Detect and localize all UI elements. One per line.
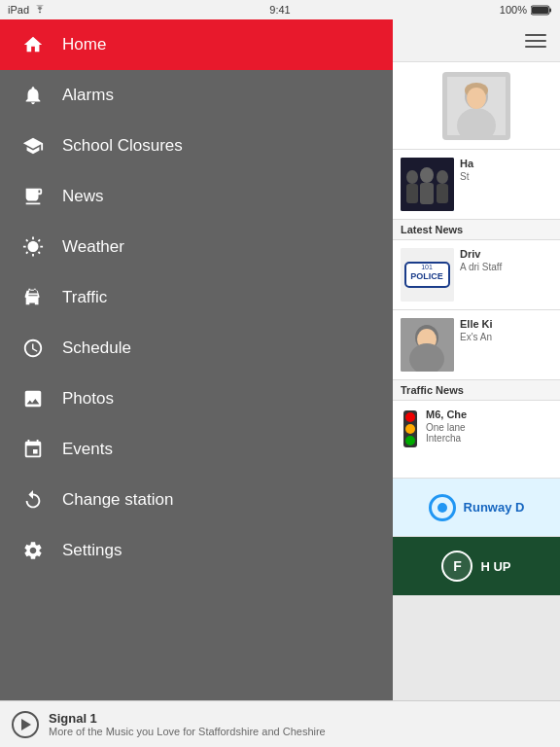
alarm-icon <box>19 82 47 109</box>
svg-point-13 <box>437 170 448 184</box>
green-ad-text: H UP <box>480 559 510 574</box>
sidebar-item-alarms[interactable]: Alarms <box>0 70 393 121</box>
sidebar-item-schedule[interactable]: Schedule <box>0 323 393 374</box>
traffic-news-detail2: Intercha <box>426 433 552 444</box>
elle-news-title: Elle Ki <box>460 318 552 330</box>
traffic-news-text: M6, Che One lane Intercha <box>426 409 552 470</box>
green-ad-logo: F <box>441 551 472 582</box>
status-bar-left: iPad <box>8 4 47 16</box>
right-panel: Ha St Latest News POLICE 101 <box>393 19 560 728</box>
dj-photo <box>447 77 506 135</box>
battery-icon <box>531 5 552 16</box>
svg-rect-14 <box>437 184 448 203</box>
sidebar-item-schedule-label: Schedule <box>62 338 131 358</box>
green-ad-card[interactable]: F H UP <box>393 537 560 595</box>
news-icon <box>19 183 47 210</box>
band-news-card[interactable]: Ha St <box>393 150 560 220</box>
home-icon <box>19 31 47 58</box>
sidebar-item-traffic-label: Traffic <box>62 288 107 307</box>
play-button[interactable] <box>12 711 39 738</box>
elle-svg <box>401 318 454 372</box>
change-station-icon <box>19 486 47 514</box>
elle-news-text: Elle Ki Ex's An <box>460 318 552 372</box>
traffic-news-header: Traffic News <box>393 380 560 401</box>
traffic-news-detail1: One lane <box>426 422 552 433</box>
police-svg: POLICE 101 <box>401 248 454 302</box>
player-info: Signal 1 More of the Music you Love for … <box>49 711 548 737</box>
police-news-text: Driv A dri Staff <box>460 248 552 302</box>
svg-point-9 <box>406 170 418 184</box>
police-news-card[interactable]: POLICE 101 Driv A dri Staff <box>393 240 560 310</box>
police-news-subtitle: A dri Staff <box>460 262 552 272</box>
traffic-icon <box>19 284 47 311</box>
elle-news-card[interactable]: Elle Ki Ex's An <box>393 310 560 380</box>
weather-icon <box>19 233 47 261</box>
avatar <box>442 72 510 140</box>
settings-icon <box>19 537 47 564</box>
traffic-card[interactable]: M6, Che One lane Intercha <box>393 401 560 479</box>
runway-ad-card[interactable]: Runway D <box>393 479 560 537</box>
sidebar-item-change-station[interactable]: Change station <box>0 475 393 525</box>
right-content: Ha St Latest News POLICE 101 <box>393 62 560 728</box>
sidebar-item-traffic[interactable]: Traffic <box>0 272 393 323</box>
elle-news-subtitle: Ex's An <box>460 332 552 342</box>
sidebar: Home Alarms School Closures <box>0 19 393 728</box>
band-news-title: Ha <box>460 158 552 169</box>
sidebar-item-events-label: Events <box>62 440 113 459</box>
status-bar: iPad 9:41 100% <box>0 0 560 19</box>
sidebar-item-weather-label: Weather <box>62 237 124 257</box>
sidebar-item-settings-label: Settings <box>62 541 122 560</box>
wifi-icon <box>33 5 47 15</box>
sidebar-item-school-label: School Closures <box>62 136 183 156</box>
band-photo-svg <box>401 158 454 211</box>
runway-logo-icon <box>429 494 456 521</box>
status-bar-time: 9:41 <box>269 4 290 16</box>
hamburger-button[interactable] <box>525 34 546 48</box>
graduation-icon <box>19 132 47 160</box>
schedule-icon <box>19 335 47 362</box>
sidebar-item-news[interactable]: News <box>0 171 393 222</box>
svg-rect-12 <box>420 183 434 204</box>
svg-rect-1 <box>532 7 548 14</box>
right-header <box>393 19 560 62</box>
traffic-news-title: M6, Che <box>426 409 552 420</box>
elle-news-thumb <box>401 318 454 372</box>
svg-text:101: 101 <box>421 264 433 270</box>
svg-rect-2 <box>549 8 551 12</box>
svg-rect-10 <box>406 184 418 203</box>
band-news-text: Ha St <box>460 158 552 211</box>
battery-label: 100% <box>500 4 527 16</box>
sidebar-item-photos-label: Photos <box>62 389 114 409</box>
svg-text:POLICE: POLICE <box>410 271 443 281</box>
player-bar: Signal 1 More of the Music you Love for … <box>0 700 560 747</box>
status-bar-right: 100% <box>500 4 552 16</box>
app-container: Home Alarms School Closures <box>0 19 560 728</box>
runway-ad-text: Runway D <box>464 500 525 515</box>
player-station-name: Signal 1 <box>49 711 548 726</box>
latest-news-header: Latest News <box>393 220 560 240</box>
sidebar-item-weather[interactable]: Weather <box>0 222 393 272</box>
police-news-thumb: POLICE 101 <box>401 248 454 302</box>
sidebar-item-settings[interactable]: Settings <box>0 525 393 576</box>
sidebar-item-photos[interactable]: Photos <box>0 374 393 424</box>
profile-card[interactable] <box>393 62 560 150</box>
traffic-light-icon <box>401 409 420 470</box>
player-description: More of the Music you Love for Staffords… <box>49 726 548 737</box>
play-icon <box>21 719 31 730</box>
sidebar-item-school-closures[interactable]: School Closures <box>0 121 393 171</box>
events-icon <box>19 436 47 463</box>
sidebar-item-change-station-label: Change station <box>62 490 173 510</box>
band-news-subtitle: St <box>460 171 552 182</box>
sidebar-item-alarms-label: Alarms <box>62 86 114 105</box>
svg-point-11 <box>420 167 434 183</box>
band-news-thumb <box>401 158 454 211</box>
carrier-label: iPad <box>8 4 29 16</box>
photos-icon <box>19 385 47 412</box>
sidebar-item-news-label: News <box>62 187 104 206</box>
svg-point-7 <box>467 88 486 109</box>
police-news-title: Driv <box>460 248 552 260</box>
sidebar-item-events[interactable]: Events <box>0 424 393 475</box>
sidebar-item-home-label: Home <box>62 35 106 54</box>
sidebar-item-home[interactable]: Home <box>0 19 393 70</box>
